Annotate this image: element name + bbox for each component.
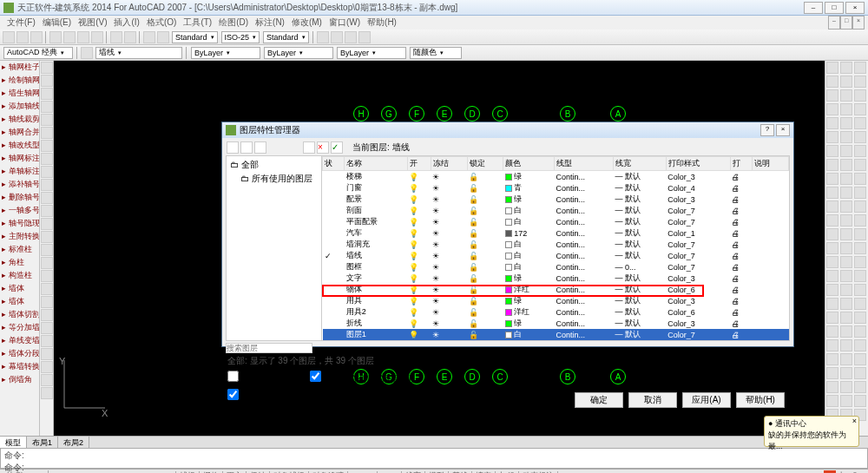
layer-row[interactable]: 楼梯💡☀🔓 绿Contin...— 默认Color_3🖨 [323,171,789,183]
right-tool-12[interactable] [826,117,838,129]
right-tool-15[interactable] [826,131,838,143]
menu-dim[interactable]: 标注(N) [252,16,288,30]
menu-view[interactable]: 视图(V) [75,16,110,30]
right-tool-32[interactable] [854,200,866,213]
print-icon[interactable] [49,31,62,43]
close-button[interactable]: × [845,2,865,14]
invert-filter-check[interactable]: 反转过滤器(I) [227,371,293,385]
layer-row[interactable]: 文字💡☀🔓 绿Contin...— 默认Color_3🖨 [323,273,789,284]
draw-tool-13[interactable] [41,231,53,243]
menu-tools[interactable]: 工具(T) [180,16,215,30]
dialog-help-button[interactable]: ? [760,124,774,136]
right-tool-37[interactable] [840,228,852,240]
left-tool-18[interactable]: ▸ 墙体 [0,295,39,308]
right-tool-5[interactable] [854,76,866,88]
right-tool-73[interactable] [840,395,852,407]
right-tool-1[interactable] [840,62,852,74]
col-header[interactable]: 说明 [753,157,789,171]
delete-layer-icon[interactable]: × [317,141,329,154]
tab-layout2[interactable]: 布局2 [58,437,89,448]
right-tool-13[interactable] [840,117,852,129]
right-tool-33[interactable] [826,214,838,227]
col-header[interactable]: 打印样式 [666,157,730,171]
right-tool-16[interactable] [840,131,852,143]
draw-tool-10[interactable] [41,192,53,204]
right-tool-0[interactable] [826,62,838,74]
left-tool-16[interactable]: ▸ 构造柱 [0,269,39,282]
left-tool-3[interactable]: ▸ 添加轴线 [0,100,39,113]
draw-tool-22[interactable] [41,348,53,360]
draw-tool-2[interactable] [41,88,53,100]
right-tool-57[interactable] [826,325,838,338]
col-header[interactable]: 线宽 [614,157,667,171]
right-tool-39[interactable] [826,242,838,254]
workspace-combo[interactable]: AutoCAD 经典 [3,47,73,59]
right-tool-63[interactable] [826,353,838,365]
new-filter-icon[interactable] [227,141,239,154]
right-tool-46[interactable] [840,270,852,282]
dim-combo[interactable]: ISO-25 [221,31,260,43]
draw-tool-20[interactable] [41,322,53,334]
right-tool-54[interactable] [826,312,838,324]
tool-a[interactable] [317,31,329,43]
right-tool-20[interactable] [854,145,866,157]
right-tool-11[interactable] [854,103,866,115]
layer-row[interactable]: 用具💡☀🔓 绿Contin...— 默认Color_3🖨 [323,295,789,306]
status-scale[interactable]: 比例 1:100 [3,470,49,474]
left-tool-22[interactable]: ▸ 墙体分段 [0,347,39,360]
draw-tool-9[interactable] [41,179,53,191]
cut-icon[interactable] [63,31,76,43]
draw-tool-23[interactable] [41,361,53,373]
right-tool-43[interactable] [840,256,852,268]
layer-states-icon[interactable] [254,141,266,154]
draw-tool-16[interactable] [41,270,53,282]
layer-row[interactable]: 墙洞充💡☀🔓 白Contin...— 默认Color_7🖨 [323,239,789,250]
right-tool-28[interactable] [840,187,852,199]
right-tool-49[interactable] [840,284,852,296]
left-tool-9[interactable]: ▸ 添补轴号 [0,178,39,191]
right-tool-14[interactable] [854,117,866,129]
draw-tool-6[interactable] [41,140,53,152]
col-header[interactable]: 冻结 [431,157,467,171]
dialog-close-button[interactable]: × [776,124,790,136]
right-tool-10[interactable] [840,103,852,115]
right-tool-35[interactable] [854,214,866,227]
left-tool-11[interactable]: ▸ 一轴多号 [0,204,39,217]
right-tool-9[interactable] [826,103,838,115]
left-tool-13[interactable]: ▸ 主附转换 [0,230,39,243]
save-icon[interactable] [30,31,43,43]
right-tool-8[interactable] [854,89,866,102]
left-tool-10[interactable]: ▸ 删除轴号 [0,191,39,204]
right-tool-27[interactable] [826,187,838,199]
draw-tool-25[interactable] [41,387,53,399]
right-tool-48[interactable] [826,284,838,296]
set-current-icon[interactable]: ✓ [331,141,343,154]
right-tool-53[interactable] [854,298,866,310]
filter-tree[interactable]: 🗀 全部 🗀 所有使用的图层 [227,156,322,340]
layer-row[interactable]: 用具2💡☀🔓 洋红Contin...— 默认Color_6🖨 [323,306,789,318]
cancel-button[interactable]: 取消 [628,392,677,408]
help-button[interactable]: 帮助(H) [736,392,785,408]
draw-tool-1[interactable] [41,75,53,87]
col-header[interactable]: 状 [323,157,345,171]
right-tool-17[interactable] [854,131,866,143]
left-tool-4[interactable]: ▸ 轴线裁剪 [0,113,39,126]
right-tool-25[interactable] [840,173,852,185]
tool-d[interactable] [358,31,371,43]
right-tool-19[interactable] [840,145,852,157]
right-tool-50[interactable] [854,284,866,296]
right-tool-68[interactable] [854,367,866,379]
col-header[interactable]: 线型 [555,157,614,171]
left-tool-12[interactable]: ▸ 轴号隐现 [0,217,39,230]
right-tool-3[interactable] [826,76,838,88]
right-tool-51[interactable] [826,298,838,310]
left-tool-21[interactable]: ▸ 单线变墙 [0,334,39,347]
right-tool-21[interactable] [826,159,838,171]
layer-row[interactable]: 平面配景💡☀🔓 白Contin...— 默认Color_7🖨 [323,216,789,227]
doc-restore[interactable]: □ [840,16,852,30]
menu-edit[interactable]: 编辑(E) [39,16,75,30]
left-tool-1[interactable]: ▸ 绘制轴网 [0,74,39,87]
new-layer-icon[interactable] [303,141,315,154]
doc-minimize[interactable]: – [828,16,840,30]
indicate-used-check[interactable]: 指示正在使用的图层(U) [310,371,414,385]
